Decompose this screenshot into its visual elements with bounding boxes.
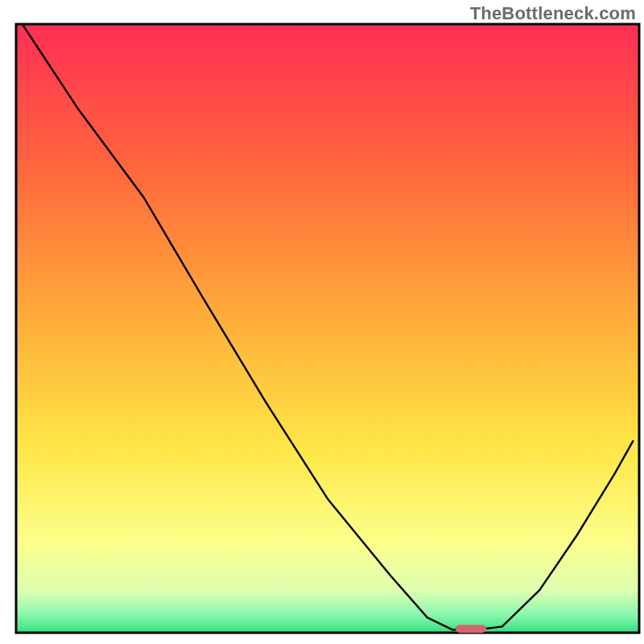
plot-background [16, 24, 639, 633]
bottleneck-chart [0, 0, 644, 644]
optimal-marker [456, 625, 487, 633]
chart-container: TheBottleneck.com [0, 0, 644, 644]
watermark-text: TheBottleneck.com [470, 3, 636, 24]
